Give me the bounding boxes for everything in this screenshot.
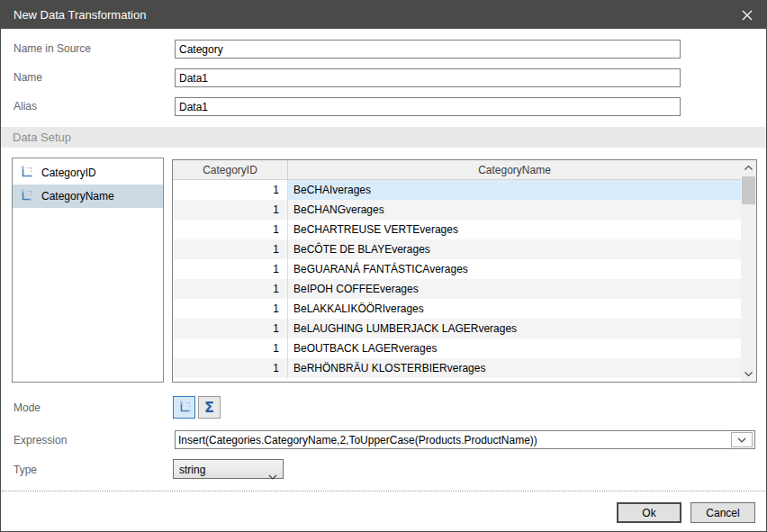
scroll-down-icon[interactable] [741, 366, 756, 382]
transform-column-icon [177, 401, 192, 415]
transform-column-icon [19, 189, 33, 203]
expression-combo[interactable]: Insert(Categories.CategoryName,2,ToUpper… [175, 430, 755, 449]
name-input[interactable] [175, 68, 681, 87]
cell-category-name[interactable]: BeCHARTREUSE VERTEverages [288, 220, 741, 239]
cell-category-name[interactable]: BeIPOH COFFEEverages [288, 279, 741, 299]
scrollbar-thumb[interactable] [742, 176, 755, 204]
grid-header-category-id[interactable]: CategoryID [173, 160, 288, 179]
ok-button[interactable]: Ok [617, 502, 681, 523]
table-row[interactable]: 1 BeIPOH COFFEEverages [173, 279, 741, 299]
source-column-item[interactable]: CategoryName [13, 185, 163, 208]
cell-category-id[interactable]: 1 [173, 358, 288, 378]
cell-category-id[interactable]: 1 [173, 279, 288, 299]
ok-button-label: Ok [642, 507, 655, 519]
cell-category-name[interactable]: BeLAKKALIKÖÖRIverages [288, 299, 741, 319]
type-selected-value: string [179, 464, 205, 476]
type-label: Type [14, 464, 37, 476]
close-icon[interactable] [735, 4, 759, 26]
type-select[interactable]: string [173, 459, 284, 479]
chevron-down-icon [268, 467, 277, 483]
aggregate-mode-button[interactable]: Σ [198, 396, 221, 419]
cell-category-name[interactable]: BeCHAIverages [288, 180, 741, 200]
grid-header-category-name[interactable]: CategoryName [288, 160, 741, 179]
data-setup-label: Data Setup [13, 131, 71, 144]
cell-category-name[interactable]: BeCÔTE DE BLAYEverages [288, 239, 741, 259]
cell-category-name[interactable]: BeOUTBACK LAGERverages [288, 338, 741, 358]
table-row[interactable]: 1 BeLAKKALIKÖÖRIverages [173, 299, 741, 319]
cell-category-id[interactable]: 1 [173, 338, 288, 358]
data-setup-section-header: Data Setup [1, 127, 766, 148]
footer-separator [2, 491, 765, 491]
dialog-title: New Data Transformation [14, 8, 146, 22]
mode-label: Mode [14, 401, 41, 414]
table-row[interactable]: 1 BeCÔTE DE BLAYEverages [173, 239, 741, 259]
cancel-button-label: Cancel [706, 507, 739, 519]
cell-category-id[interactable]: 1 [173, 239, 288, 259]
grid-vertical-scrollbar[interactable] [741, 160, 756, 382]
expression-value[interactable]: Insert(Categories.CategoryName,2,ToUpper… [178, 434, 537, 446]
transform-column-icon [19, 166, 33, 180]
cell-category-name[interactable]: BeGUARANÁ FANTÁSTICAverages [288, 259, 741, 279]
cell-category-id[interactable]: 1 [173, 200, 288, 220]
cell-category-name[interactable]: BeLAUGHING LUMBERJACK LAGERverages [288, 319, 741, 338]
name-label: Name [14, 71, 42, 84]
columns-list: CategoryID CategoryName [12, 158, 164, 383]
new-data-transformation-dialog: New Data Transformation Name in Source N… [0, 0, 767, 532]
cell-category-id[interactable]: 1 [173, 180, 288, 200]
title-bar: New Data Transformation [1, 1, 766, 29]
table-row[interactable]: 1 BeOUTBACK LAGERverages [173, 338, 741, 358]
table-row[interactable]: 1 BeRHÖNBRÄU KLOSTERBIERverages [173, 358, 741, 378]
preview-grid: CategoryID CategoryName 1 BeCHAIverages … [172, 159, 757, 383]
grid-header-row: CategoryID CategoryName [173, 160, 756, 180]
alias-label: Alias [14, 100, 37, 113]
source-column-label: CategoryName [41, 190, 114, 203]
cell-category-id[interactable]: 1 [173, 299, 288, 319]
transform-mode-button[interactable] [173, 396, 195, 419]
table-row[interactable]: 1 BeGUARANÁ FANTÁSTICAverages [173, 259, 741, 279]
source-column-item[interactable]: CategoryID [13, 161, 163, 185]
grid-body: 1 BeCHAIverages 1 BeCHANGverages 1 BeCHA… [173, 180, 741, 382]
cell-category-id[interactable]: 1 [173, 220, 288, 239]
table-row[interactable]: 1 BeCHARTREUSE VERTEverages [173, 220, 741, 239]
cell-category-id[interactable]: 1 [173, 259, 288, 279]
table-row[interactable]: 1 BeLAUGHING LUMBERJACK LAGERverages [173, 319, 741, 338]
cell-category-name[interactable]: BeCHANGverages [288, 200, 741, 220]
table-row[interactable]: 1 BeCHANGverages [173, 200, 741, 220]
chevron-down-icon [737, 437, 746, 443]
cell-category-name[interactable]: BeRHÖNBRÄU KLOSTERBIERverages [288, 358, 741, 378]
cancel-button[interactable]: Cancel [690, 502, 755, 523]
expression-label: Expression [14, 434, 67, 446]
expression-dropdown-button[interactable] [731, 432, 753, 447]
name-in-source-input[interactable] [175, 40, 681, 59]
source-column-label: CategoryID [41, 167, 96, 179]
name-in-source-label: Name in Source [14, 42, 91, 55]
alias-input[interactable] [175, 97, 681, 116]
sigma-icon: Σ [204, 399, 214, 416]
scroll-up-icon[interactable] [741, 160, 756, 176]
table-row[interactable]: 1 BeCHAIverages [173, 180, 741, 200]
cell-category-id[interactable]: 1 [173, 319, 288, 338]
